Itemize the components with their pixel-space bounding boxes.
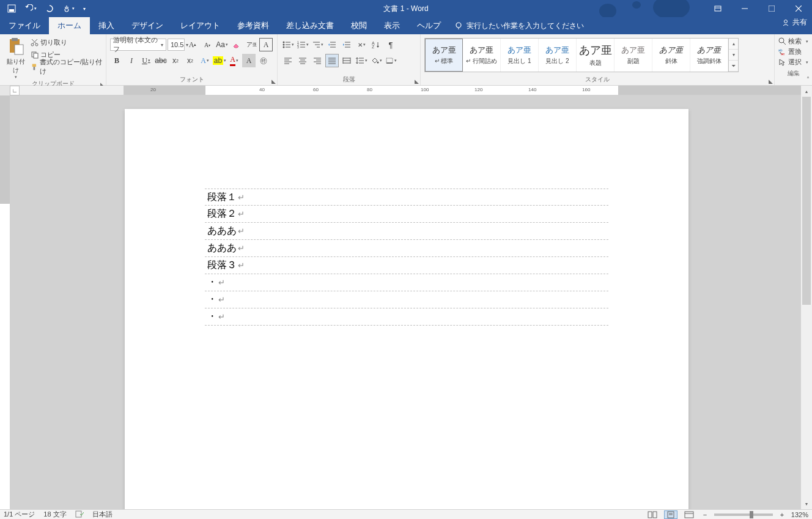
character-border-button[interactable]: A [259,38,273,51]
tab-review[interactable]: 校閲 [342,17,375,34]
tab-design[interactable]: デザイン [123,17,172,34]
close-button[interactable] [785,0,812,17]
style-item-4[interactable]: あア亜表題 [577,39,615,72]
scroll-up-button[interactable]: ▴ [801,86,812,97]
tellme-search[interactable]: 実行したい作業を入力してください [449,17,584,34]
styles-dialog-launcher[interactable]: ◣ [769,78,773,84]
superscript-button[interactable]: x2 [183,54,197,67]
view-read-mode-button[interactable] [646,510,659,519]
align-right-button[interactable] [311,54,324,67]
decrease-indent-button[interactable] [325,38,339,51]
multilevel-list-button[interactable] [311,38,324,51]
style-item-6[interactable]: あア亜斜体 [652,39,690,72]
ruler-vertical[interactable] [0,95,10,509]
qat-customize-button[interactable]: ▾ [83,6,86,12]
borders-button[interactable] [384,54,397,67]
increase-indent-button[interactable] [340,38,353,51]
styles-gallery[interactable]: あア亜↵ 標準あア亜↵ 行間詰めあア亜見出し 1あア亜見出し 2あア亜表題あア亜… [424,38,739,72]
font-dialog-launcher[interactable]: ◣ [271,78,276,84]
tab-view[interactable]: 表示 [375,17,408,34]
document-line[interactable]: あああ↵ [205,240,608,257]
document-line[interactable]: ・↵ [205,274,608,291]
italic-button[interactable]: I [125,54,138,67]
font-size-combo[interactable]: 10.5 [168,39,185,51]
document-line[interactable]: ・↵ [205,291,608,308]
zoom-slider-thumb[interactable] [750,511,753,518]
zoom-out-button[interactable]: − [701,511,709,518]
vertical-scrollbar[interactable]: ▴ ▾ [801,86,812,509]
redo-button[interactable] [45,4,54,13]
style-item-0[interactable]: あア亜↵ 標準 [425,39,463,72]
maximize-button[interactable] [758,0,785,17]
style-item-3[interactable]: あア亜見出し 2 [539,39,577,72]
enclose-characters-button[interactable]: ㊕ [257,54,270,67]
status-page[interactable]: 1/1 ページ [4,510,35,519]
tab-home[interactable]: ホーム [49,17,90,34]
asian-layout-button[interactable]: ✕ [355,38,368,51]
save-button[interactable] [7,4,16,13]
ribbon-display-options-button[interactable] [704,0,731,17]
line-spacing-button[interactable] [355,54,368,67]
style-item-1[interactable]: あア亜↵ 行間詰め [463,39,501,72]
tab-references[interactable]: 参考資料 [229,17,278,34]
touch-mode-button[interactable]: ▾ [62,4,75,13]
tab-mailings[interactable]: 差し込み文書 [278,17,342,34]
format-painter-button[interactable]: 書式のコピー/貼り付け [31,61,102,72]
view-print-layout-button[interactable] [664,510,677,519]
zoom-slider[interactable] [714,513,773,516]
document-line[interactable]: 段落１↵ [205,189,608,206]
view-web-layout-button[interactable] [682,510,696,519]
style-item-7[interactable]: あア亜強調斜体 [690,39,728,72]
character-shading-button[interactable]: A [242,54,256,67]
document-line[interactable]: あああ↵ [205,223,608,240]
font-color-button[interactable]: A [227,54,241,67]
select-button[interactable]: 選択▾ [778,58,808,67]
find-button[interactable]: 検索▾ [778,37,808,46]
status-words[interactable]: 18 文字 [43,510,66,519]
document-line[interactable]: ・↵ [205,308,608,326]
share-button[interactable]: 共有 [782,17,807,28]
show-hide-marks-button[interactable]: ¶ [384,38,397,51]
tab-file[interactable]: ファイル [0,17,49,34]
status-proofing-icon[interactable] [75,510,84,519]
paste-button[interactable]: 貼り付け ▾ [4,37,28,80]
clear-formatting-button[interactable] [230,38,243,51]
tab-layout[interactable]: レイアウト [172,17,229,34]
tab-selector[interactable]: ∟ [10,86,20,95]
scroll-thumb[interactable] [802,97,811,305]
style-item-2[interactable]: あア亜見出し 1 [501,39,539,72]
font-name-combo[interactable]: 游明朝 (本文のフ [110,39,166,51]
bullets-button[interactable] [281,38,295,51]
numbering-button[interactable]: 123 [296,38,309,51]
subscript-button[interactable]: x2 [169,54,182,67]
zoom-in-button[interactable]: + [778,511,786,518]
ruler-horizontal[interactable]: ∟ 20 40 60 80 100 120 140 160 [10,86,801,95]
distribute-button[interactable] [340,54,353,67]
style-item-5[interactable]: あア亜副題 [615,39,652,72]
page[interactable]: 段落１↵段落２↵あああ↵あああ↵段落３↵・↵・↵・↵ [125,109,688,509]
text-effects-button[interactable]: A [198,54,212,67]
underline-button[interactable]: U [139,54,153,67]
tab-help[interactable]: ヘルプ [408,17,449,34]
tab-insert[interactable]: 挿入 [90,17,123,34]
paragraph-dialog-launcher[interactable]: ◣ [415,78,419,84]
collapse-ribbon-button[interactable]: ˄ [806,76,810,83]
document-line[interactable]: 段落３↵ [205,257,608,274]
phonetic-guide-button[interactable]: ア亜 [245,38,258,51]
status-language[interactable]: 日本語 [92,510,113,519]
minimize-button[interactable] [731,0,758,17]
shading-button[interactable] [369,54,383,67]
align-left-button[interactable] [281,54,295,67]
sort-button[interactable]: AZ [369,38,383,51]
align-justify-button[interactable] [325,54,339,67]
cut-button[interactable]: 切り取り [31,37,102,48]
strikethrough-button[interactable]: abc [154,54,168,67]
undo-button[interactable]: ▾ [24,4,37,13]
shrink-font-button[interactable]: A▾ [201,38,214,51]
change-case-button[interactable]: Aa [215,38,229,51]
highlight-button[interactable]: ab [213,54,226,67]
document-line[interactable]: 段落２↵ [205,206,608,223]
bold-button[interactable]: B [110,54,124,67]
zoom-level[interactable]: 132% [791,511,808,518]
scroll-down-button[interactable]: ▾ [801,498,812,509]
